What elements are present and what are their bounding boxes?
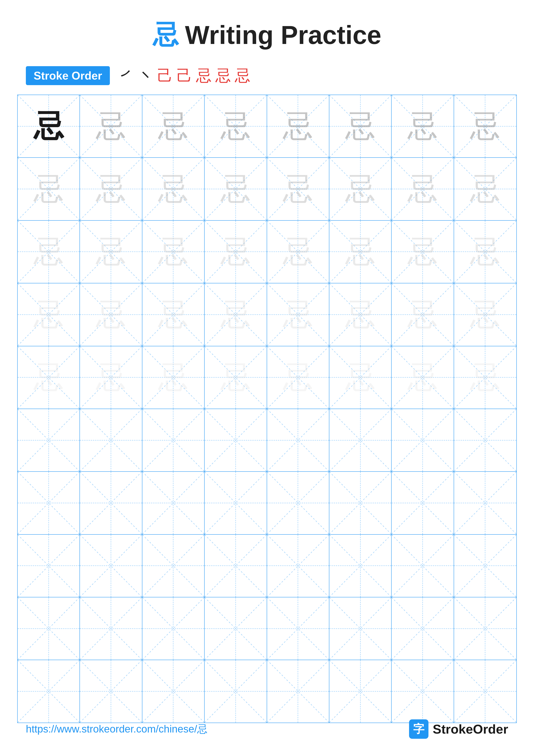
- grid-cell-5-5[interactable]: 忌: [267, 346, 329, 409]
- grid-cell-7-5[interactable]: [267, 472, 329, 534]
- svg-line-132: [142, 597, 204, 660]
- grid-cell-1-1[interactable]: 忌: [18, 95, 80, 157]
- grid-cell-7-4[interactable]: [205, 472, 267, 534]
- svg-line-76: [392, 346, 453, 409]
- grid-cell-4-5[interactable]: 忌: [267, 284, 329, 346]
- grid-row-3: 忌 忌 忌 忌 忌 忌 忌 忌: [18, 221, 516, 284]
- grid-cell-1-3[interactable]: 忌: [142, 95, 205, 157]
- grid-cell-8-3[interactable]: [142, 535, 205, 597]
- grid-cell-2-3[interactable]: 忌: [142, 158, 205, 220]
- grid-cell-7-2[interactable]: [80, 472, 142, 534]
- grid-cell-8-6[interactable]: [329, 535, 392, 597]
- grid-cell-1-7[interactable]: 忌: [392, 95, 454, 157]
- grid-cell-4-2[interactable]: 忌: [80, 284, 142, 346]
- grid-cell-3-3[interactable]: 忌: [142, 221, 205, 283]
- grid-cell-2-5[interactable]: 忌: [267, 158, 329, 220]
- grid-cell-1-6[interactable]: 忌: [329, 95, 392, 157]
- char-display: 忌: [205, 221, 267, 283]
- grid-cell-6-2[interactable]: [80, 409, 142, 471]
- grid-cell-3-5[interactable]: 忌: [267, 221, 329, 283]
- grid-cell-3-4[interactable]: 忌: [205, 221, 267, 283]
- grid-cell-3-2[interactable]: 忌: [80, 221, 142, 283]
- grid-cell-10-2[interactable]: [80, 660, 142, 722]
- grid-cell-8-7[interactable]: [392, 535, 454, 597]
- svg-line-15: [454, 95, 516, 157]
- grid-cell-4-4[interactable]: 忌: [205, 284, 267, 346]
- grid-cell-6-7[interactable]: [392, 409, 454, 471]
- svg-line-66: [80, 346, 142, 409]
- grid-cell-8-8[interactable]: [454, 535, 516, 597]
- grid-row-7: [18, 472, 516, 534]
- grid-cell-8-4[interactable]: [205, 535, 267, 597]
- char-display: 忌: [454, 158, 516, 220]
- footer-url[interactable]: https://www.strokeorder.com/chinese/忌: [26, 722, 207, 736]
- grid-cell-5-1[interactable]: 忌: [18, 346, 80, 409]
- grid-cell-10-4[interactable]: [205, 660, 267, 722]
- grid-cell-6-1[interactable]: [18, 409, 80, 471]
- svg-line-72: [267, 346, 329, 409]
- grid-cell-9-1[interactable]: [18, 597, 80, 660]
- grid-cell-2-8[interactable]: 忌: [454, 158, 516, 220]
- grid-cell-9-4[interactable]: [205, 597, 267, 660]
- grid-cell-5-2[interactable]: 忌: [80, 346, 142, 409]
- grid-cell-10-6[interactable]: [329, 660, 392, 722]
- svg-line-27: [329, 158, 391, 220]
- grid-cell-8-2[interactable]: [80, 535, 142, 597]
- svg-line-156: [392, 660, 453, 722]
- grid-cell-2-2[interactable]: 忌: [80, 158, 142, 220]
- grid-cell-4-6[interactable]: 忌: [329, 284, 392, 346]
- grid-cell-1-4[interactable]: 忌: [205, 95, 267, 157]
- grid-cell-10-5[interactable]: [267, 660, 329, 722]
- grid-cell-6-6[interactable]: [329, 409, 392, 471]
- grid-cell-2-7[interactable]: 忌: [392, 158, 454, 220]
- grid-cell-1-2[interactable]: 忌: [80, 95, 142, 157]
- grid-row-9: [18, 597, 516, 660]
- grid-cell-2-4[interactable]: 忌: [205, 158, 267, 220]
- grid-cell-2-6[interactable]: 忌: [329, 158, 392, 220]
- grid-cell-3-1[interactable]: 忌: [18, 221, 80, 283]
- grid-cell-8-5[interactable]: [267, 535, 329, 597]
- grid-cell-6-3[interactable]: [142, 409, 205, 471]
- grid-cell-6-4[interactable]: [205, 409, 267, 471]
- grid-cell-10-8[interactable]: [454, 660, 516, 722]
- grid-cell-9-3[interactable]: [142, 597, 205, 660]
- grid-cell-9-2[interactable]: [80, 597, 142, 660]
- grid-cell-3-6[interactable]: 忌: [329, 221, 392, 283]
- grid-cell-3-8[interactable]: 忌: [454, 221, 516, 283]
- grid-cell-7-1[interactable]: [18, 472, 80, 534]
- grid-cell-10-3[interactable]: [142, 660, 205, 722]
- grid-cell-7-6[interactable]: [329, 472, 392, 534]
- grid-cell-5-3[interactable]: 忌: [142, 346, 205, 409]
- grid-cell-5-7[interactable]: 忌: [392, 346, 454, 409]
- grid-cell-7-8[interactable]: [454, 472, 516, 534]
- grid-cell-4-7[interactable]: 忌: [392, 284, 454, 346]
- grid-cell-1-8[interactable]: 忌: [454, 95, 516, 157]
- grid-cell-4-3[interactable]: 忌: [142, 284, 205, 346]
- grid-cell-5-4[interactable]: 忌: [205, 346, 267, 409]
- grid-cell-9-7[interactable]: [392, 597, 454, 660]
- grid-cell-5-8[interactable]: 忌: [454, 346, 516, 409]
- stroke-2: ㇔: [138, 65, 153, 86]
- grid-cell-10-1[interactable]: [18, 660, 80, 722]
- grid-cell-4-8[interactable]: 忌: [454, 284, 516, 346]
- grid-cell-9-5[interactable]: [267, 597, 329, 660]
- grid-cell-6-5[interactable]: [267, 409, 329, 471]
- svg-line-38: [205, 221, 267, 283]
- char-display: 忌: [142, 221, 204, 283]
- grid-cell-9-8[interactable]: [454, 597, 516, 660]
- grid-cell-9-6[interactable]: [329, 597, 392, 660]
- title-text: Writing Practice: [185, 20, 381, 50]
- grid-cell-7-3[interactable]: [142, 472, 205, 534]
- grid-cell-7-7[interactable]: [392, 472, 454, 534]
- grid-cell-8-1[interactable]: [18, 535, 80, 597]
- svg-line-118: [205, 535, 267, 597]
- grid-cell-1-5[interactable]: 忌: [267, 95, 329, 157]
- grid-cell-3-7[interactable]: 忌: [392, 221, 454, 283]
- footer-logo: 字: [409, 719, 428, 739]
- grid-cell-2-1[interactable]: 忌: [18, 158, 80, 220]
- grid-cell-10-7[interactable]: [392, 660, 454, 722]
- svg-line-74: [329, 346, 391, 409]
- grid-cell-6-8[interactable]: [454, 409, 516, 471]
- grid-cell-4-1[interactable]: 忌: [18, 284, 80, 346]
- grid-cell-5-6[interactable]: 忌: [329, 346, 392, 409]
